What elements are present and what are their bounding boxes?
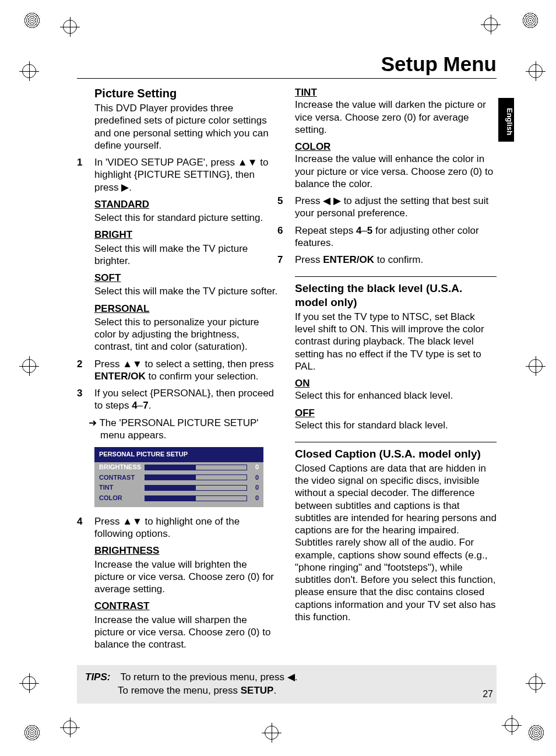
up-down-icon: ▲▼ xyxy=(122,516,142,527)
step-1: 1 In 'VIDEO SETUP PAGE', press ▲▼ to hig… xyxy=(77,156,279,194)
personal-heading: PERSONAL xyxy=(77,303,279,315)
bright-heading: BRIGHT xyxy=(77,228,279,241)
text: – xyxy=(138,400,143,411)
text: to confirm your selection. xyxy=(146,371,259,382)
registration-cross-icon xyxy=(529,359,543,373)
brightness-text: Increase the value will brighten the pic… xyxy=(77,558,279,596)
menu-row-bar xyxy=(145,485,247,491)
registration-cross-icon xyxy=(63,20,77,34)
step-number: 1 xyxy=(77,156,94,194)
heading-text: TINT xyxy=(295,87,317,98)
step-text: Repeat steps 4–5 for adjusting other col… xyxy=(295,224,497,249)
standard-heading: STANDARD xyxy=(77,198,279,210)
menu-row-value: 0 xyxy=(251,484,259,492)
color-heading: COLOR xyxy=(295,140,497,153)
step-number: 6 xyxy=(277,224,295,249)
step-number: 4 xyxy=(77,515,94,540)
step-number: 3 xyxy=(77,387,94,412)
contrast-heading: CONTRAST xyxy=(77,600,279,612)
text: Press xyxy=(295,254,323,265)
step-7: 7 Press ENTER/OK to confirm. xyxy=(277,254,497,266)
step-number: 5 xyxy=(277,195,295,220)
soft-heading: SOFT xyxy=(77,272,279,284)
text: Press xyxy=(94,516,122,527)
page-title: Setup Menu xyxy=(77,51,497,79)
text: Repeat steps xyxy=(295,225,356,236)
text: To return to the previous menu, press xyxy=(120,671,287,683)
step-text: Press ▲▼ to highlight one of the followi… xyxy=(94,515,279,540)
text: To remove the menu, press xyxy=(118,685,241,696)
text: 5 xyxy=(367,225,372,236)
text: Press xyxy=(94,358,122,370)
step-6: 6 Repeat steps 4–5 for adjusting other c… xyxy=(277,224,497,249)
text: to select a setting, then press xyxy=(142,358,274,370)
left-column: Picture Setting This DVD Player provides… xyxy=(77,86,279,655)
bright-text: Select this will make the TV picture bri… xyxy=(77,242,279,268)
registration-cross-icon xyxy=(529,676,543,690)
right-icon: ▶ xyxy=(121,182,129,193)
enter-ok-label: ENTER/OK xyxy=(323,254,374,265)
step-number: 7 xyxy=(277,254,295,266)
text: . xyxy=(273,685,276,696)
heading-text: COLOR xyxy=(295,141,330,152)
heading-text: SOFT xyxy=(94,272,121,283)
menu-row-label: TINT xyxy=(99,484,145,492)
step-text: If you select {PERSONAL}, then proceed t… xyxy=(94,387,279,412)
menu-row: COLOR 0 xyxy=(94,493,263,504)
tips-line1: To return to the previous menu, press ◀. xyxy=(120,671,297,683)
registration-cross-icon xyxy=(265,726,279,740)
brightness-heading: BRIGHTNESS xyxy=(77,544,279,557)
picture-setting-heading: Picture Setting xyxy=(77,86,279,101)
registration-mark-icon xyxy=(23,724,41,741)
contrast-text: Increase the value will sharpen the pict… xyxy=(77,614,279,651)
menu-row-bar xyxy=(145,465,247,470)
closed-caption-heading: Closed Caption (U.S.A. model only) xyxy=(295,447,497,461)
registration-cross-icon xyxy=(22,676,36,690)
enter-ok-label: ENTER/OK xyxy=(94,371,146,382)
text: . xyxy=(129,182,132,193)
menu-row-label: BRIGHTNESS xyxy=(99,463,145,472)
tint-text: Increase the value will darken the pictu… xyxy=(295,99,497,136)
result-note: ➜ The 'PERSONAL PICTURE SETUP' menu appe… xyxy=(77,417,279,442)
registration-cross-icon xyxy=(505,718,519,732)
columns: Picture Setting This DVD Player provides… xyxy=(77,86,497,655)
menu-row-bar xyxy=(145,474,247,480)
tips-line2: To remove the menu, press SETUP. xyxy=(85,684,488,698)
step-3: 3 If you select {PERSONAL}, then proceed… xyxy=(77,387,279,412)
registration-cross-icon xyxy=(22,64,36,78)
step-number: 2 xyxy=(77,358,94,383)
divider xyxy=(295,442,497,442)
tips-box: TIPS: To return to the previous menu, pr… xyxy=(77,665,497,704)
off-text: Select this for standard black level. xyxy=(295,419,497,431)
heading-text: OFF xyxy=(295,407,315,419)
black-level-intro: If you set the TV type to NTSC, set Blac… xyxy=(295,311,497,372)
on-heading: ON xyxy=(295,377,497,389)
menu-row-value: 0 xyxy=(251,463,259,472)
step-2: 2 Press ▲▼ to select a setting, then pre… xyxy=(77,358,279,383)
step-text: Press ENTER/OK to confirm. xyxy=(295,254,497,266)
step-text: In 'VIDEO SETUP PAGE', press ▲▼ to highl… xyxy=(94,156,279,194)
up-down-icon: ▲▼ xyxy=(122,358,142,370)
left-right-icon: ◀ ▶ xyxy=(323,195,341,206)
menu-title: PERSONAL PICTURE SETUP xyxy=(94,447,263,462)
divider xyxy=(295,276,497,277)
registration-mark-icon xyxy=(522,12,539,29)
text: 4 xyxy=(356,225,361,236)
setup-label: SETUP xyxy=(241,685,274,696)
text: 7 xyxy=(143,400,148,411)
page: English Setup Menu Picture Setting This … xyxy=(0,0,556,756)
text: In 'VIDEO SETUP PAGE', press xyxy=(94,157,238,168)
menu-row: BRIGHTNESS 0 xyxy=(94,462,263,473)
picture-setting-intro: This DVD Player provides three predefine… xyxy=(77,102,279,152)
left-icon: ◀ xyxy=(287,671,295,683)
language-tab: English xyxy=(498,98,514,142)
heading-text: STANDARD xyxy=(94,199,149,210)
menu-row-label: COLOR xyxy=(99,494,145,502)
text: . xyxy=(295,671,298,683)
off-heading: OFF xyxy=(295,407,497,419)
menu-row: CONTRAST 0 xyxy=(94,473,263,483)
tips-label: TIPS: xyxy=(85,671,118,684)
heading-text: BRIGHTNESS xyxy=(94,545,159,556)
closed-caption-text: Closed Captions are data that are hidden… xyxy=(295,462,497,623)
step-text: Press ▲▼ to select a setting, then press… xyxy=(94,358,279,383)
